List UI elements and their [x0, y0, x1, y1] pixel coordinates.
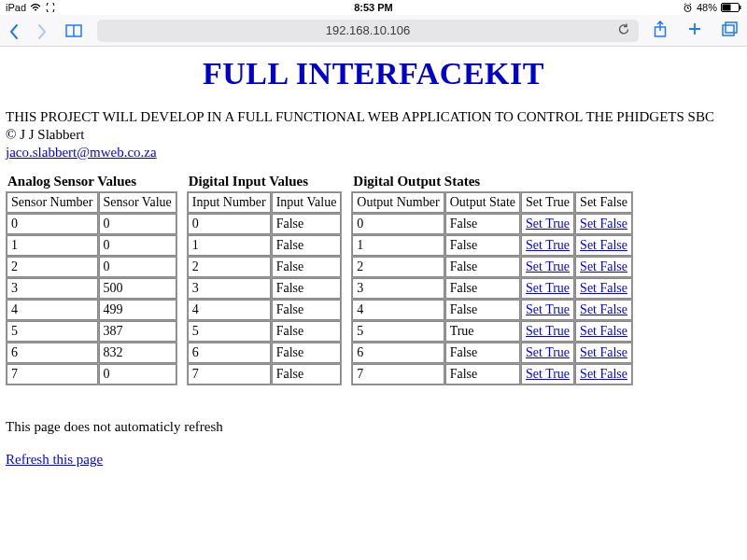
analog-sensor-block: Analog Sensor Values Sensor Number Senso… — [6, 174, 177, 385]
table-row: 0FalseSet TrueSet False — [352, 214, 632, 234]
analog-caption: Analog Sensor Values — [7, 174, 177, 189]
table-header-row: Sensor Number Sensor Value — [7, 192, 176, 213]
digital-input-block: Digital Input Values Input Number Input … — [187, 174, 343, 385]
set-true-link[interactable]: Set True — [526, 217, 570, 231]
table-row: 7False — [188, 364, 342, 385]
table-row: 1False — [188, 235, 342, 256]
analog-table: Sensor Number Sensor Value 00 10 20 3500… — [6, 191, 177, 385]
set-false-link[interactable]: Set False — [580, 324, 627, 338]
table-row: 7FalseSet TrueSet False — [352, 364, 632, 385]
back-button[interactable] — [7, 22, 19, 39]
col-header: Set True — [521, 192, 574, 213]
digital-input-table: Input Number Input Value 0False 1False 2… — [187, 191, 343, 385]
digital-output-table: Output Number Output State Set True Set … — [351, 191, 633, 385]
set-false-link[interactable]: Set False — [580, 345, 627, 359]
digital-output-block: Digital Output States Output Number Outp… — [351, 174, 633, 385]
svg-rect-5 — [726, 22, 737, 33]
forward-button[interactable] — [35, 22, 47, 39]
col-header: Input Number — [188, 192, 271, 213]
table-row: 3False — [188, 278, 342, 299]
set-true-link[interactable]: Set True — [526, 259, 570, 273]
set-true-link[interactable]: Set True — [526, 302, 570, 316]
set-false-link[interactable]: Set False — [580, 259, 627, 273]
address-text: 192.168.10.106 — [326, 23, 410, 37]
table-row: 6FalseSet TrueSet False — [352, 343, 632, 363]
col-header: Sensor Value — [99, 192, 176, 213]
refresh-link[interactable]: Refresh this page — [6, 452, 103, 467]
address-bar[interactable]: 192.168.10.106 — [97, 20, 639, 42]
set-true-link[interactable]: Set True — [526, 367, 570, 381]
email-link[interactable]: jaco.slabbert@mweb.co.za — [6, 145, 157, 160]
table-row: 5387 — [7, 321, 176, 342]
share-button[interactable] — [652, 20, 669, 41]
set-false-link[interactable]: Set False — [580, 281, 627, 295]
table-row: 6832 — [7, 343, 176, 363]
table-row: 6False — [188, 343, 342, 363]
table-row: 2False — [188, 257, 342, 277]
bookmarks-button[interactable] — [63, 22, 84, 39]
col-header: Sensor Number — [7, 192, 98, 213]
reload-button[interactable] — [616, 21, 631, 39]
set-true-link[interactable]: Set True — [526, 345, 570, 359]
table-row: 10 — [7, 235, 176, 256]
ios-status-bar: iPad 8:53 PM 48% — [0, 0, 747, 15]
table-row: 4False — [188, 300, 342, 320]
table-row: 70 — [7, 364, 176, 385]
table-row: 00 — [7, 214, 176, 234]
clock: 8:53 PM — [0, 2, 747, 13]
table-row: 4499 — [7, 300, 176, 320]
table-row: 3FalseSet TrueSet False — [352, 278, 632, 299]
table-header-row: Input Number Input Value — [188, 192, 342, 213]
set-true-link[interactable]: Set True — [526, 324, 570, 338]
table-row: 5False — [188, 321, 342, 342]
digital-output-caption: Digital Output States — [353, 174, 633, 189]
browser-toolbar: 192.168.10.106 — [0, 15, 747, 47]
table-row: 2FalseSet TrueSet False — [352, 257, 632, 277]
copyright: © J J Slabbert — [6, 126, 741, 144]
set-false-link[interactable]: Set False — [580, 217, 627, 231]
table-row: 0False — [188, 214, 342, 234]
page-title: FULL INTERFACEKIT — [6, 56, 741, 91]
table-row: 5TrueSet TrueSet False — [352, 321, 632, 342]
new-tab-button[interactable] — [685, 20, 704, 41]
set-false-link[interactable]: Set False — [580, 367, 627, 381]
set-false-link[interactable]: Set False — [580, 238, 627, 252]
table-row: 3500 — [7, 278, 176, 299]
intro-block: THIS PROJECT WILL DEVELOP IN A FULL FUNC… — [6, 108, 741, 161]
table-row: 1FalseSet TrueSet False — [352, 235, 632, 256]
intro-line: THIS PROJECT WILL DEVELOP IN A FULL FUNC… — [6, 108, 741, 126]
col-header: Input Value — [272, 192, 342, 213]
digital-input-caption: Digital Input Values — [189, 174, 343, 189]
svg-rect-6 — [723, 25, 734, 35]
footer-note: This page does not automaticly refresh — [6, 419, 741, 435]
table-row: 4FalseSet TrueSet False — [352, 300, 632, 320]
table-row: 20 — [7, 257, 176, 277]
col-header: Output Number — [352, 192, 444, 213]
set-true-link[interactable]: Set True — [526, 238, 570, 252]
set-false-link[interactable]: Set False — [580, 302, 627, 316]
tabs-button[interactable] — [721, 21, 740, 40]
col-header: Set False — [575, 192, 632, 213]
table-header-row: Output Number Output State Set True Set … — [352, 192, 632, 213]
col-header: Output State — [445, 192, 520, 213]
set-true-link[interactable]: Set True — [526, 281, 570, 295]
page-content: FULL INTERFACEKIT THIS PROJECT WILL DEVE… — [0, 47, 747, 468]
